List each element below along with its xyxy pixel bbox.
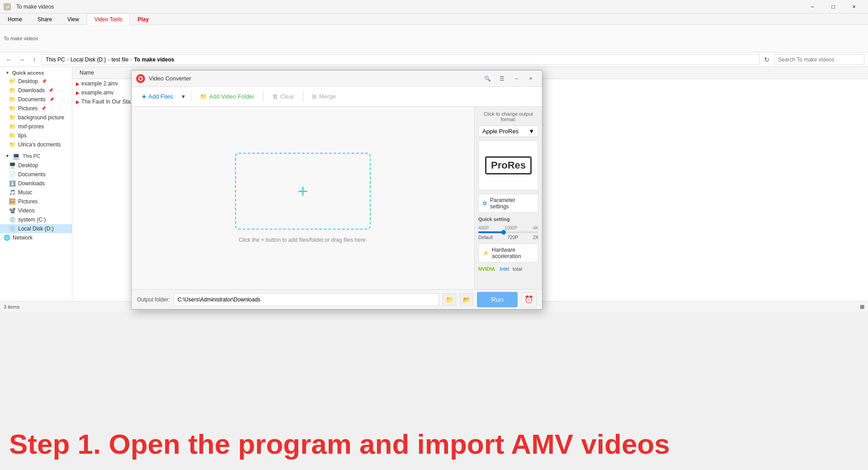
sidebar-item-bg-picture[interactable]: 📁 background picture <box>0 113 72 122</box>
dialog-sidebar: Click to change output format: Apple Pro… <box>474 107 542 289</box>
sidebar-item-desktop[interactable]: 📁 Desktop 📌 <box>0 77 72 86</box>
grid-view-icon[interactable]: ▦ <box>860 304 864 310</box>
sidebar: ▼ Quick access 📁 Desktop 📌 📁 Downloads 📌… <box>0 67 72 301</box>
status-count: 3 items <box>4 304 19 310</box>
browse-folder-button[interactable]: 📁 <box>443 293 456 306</box>
network-icon: 🌐 <box>4 235 10 241</box>
clear-button[interactable]: 🗑 Clear <box>267 90 299 103</box>
output-folder-button[interactable]: 📂 <box>460 293 473 306</box>
toolbar-divider-2 <box>263 91 264 102</box>
run-button[interactable]: Run <box>477 292 518 307</box>
dialog-close-btn[interactable]: × <box>524 73 538 84</box>
path-sep-1: › <box>67 56 69 63</box>
sidebar-item-mxf[interactable]: 📁 mxf-prores <box>0 122 72 131</box>
tab-video-tools[interactable]: Video Tools <box>87 14 130 25</box>
hw-icon: ⚡ <box>482 250 489 256</box>
ribbon-tabs: Home Share View Video Tools Play <box>0 14 868 25</box>
dialog-menu-btn[interactable]: ☰ <box>495 73 509 84</box>
dialog-minimize-btn[interactable]: − <box>509 73 523 84</box>
sidebar-item-local-disk-d[interactable]: 💿 Local Disk (D:) <box>0 224 72 233</box>
folder-icon: 📁 <box>9 87 15 94</box>
minimize-button[interactable]: − <box>802 0 823 14</box>
folder-icon: 📁 <box>9 78 15 85</box>
refresh-button[interactable]: ↻ <box>761 54 772 65</box>
tab-home[interactable]: Home <box>0 14 30 25</box>
sidebar-item-this-pc[interactable]: ▼ 💻 This PC <box>0 151 72 161</box>
merge-icon: ⊞ <box>312 93 317 100</box>
ribbon-desc: To make videos <box>4 36 38 41</box>
sidebar-item-pc-music[interactable]: 🎵 Music <box>0 188 72 197</box>
slider-track[interactable] <box>478 231 538 233</box>
path-this-pc[interactable]: This PC <box>46 56 65 63</box>
dialog-body: + Click the + button to add files/folder… <box>132 107 542 289</box>
sidebar-item-quick-access[interactable]: ▼ Quick access <box>0 69 72 77</box>
folder-icon: 📁 <box>9 132 15 139</box>
sidebar-item-pictures[interactable]: 📁 Pictures 📌 <box>0 104 72 113</box>
dialog-title-left: Video Converter <box>136 74 191 83</box>
dialog-footer: Output folder: 📁 📂 Run ⏰ <box>132 289 542 309</box>
drop-zone[interactable]: + <box>235 153 371 230</box>
chevron-down-icon: ▼ <box>528 128 534 135</box>
tab-view[interactable]: View <box>60 14 87 25</box>
sidebar-item-pc-downloads[interactable]: ⬇️ Downloads <box>0 179 72 188</box>
sidebar-item-pc-documents[interactable]: 📄 Documents <box>0 170 72 179</box>
path-sep-3: › <box>130 56 132 63</box>
forward-button[interactable]: → <box>16 54 27 65</box>
sidebar-item-ulrica[interactable]: 📁 Ulrica's docments <box>0 140 72 149</box>
slider-knob[interactable] <box>501 230 506 235</box>
path-sep-2: › <box>108 56 109 63</box>
window-controls: − □ × <box>802 0 864 14</box>
hardware-acceleration-button[interactable]: ⚡ Hardware acceleration <box>478 244 538 263</box>
format-label: Click to change output format: <box>478 111 538 122</box>
ribbon-content: To make videos <box>0 25 868 52</box>
add-files-dropdown[interactable]: ▼ <box>180 90 187 103</box>
merge-button[interactable]: ⊞ Merge <box>307 90 341 103</box>
window-title: To make videos <box>16 4 54 10</box>
dialog-title-bar: Video Converter 🔍 ☰ − × <box>132 70 542 87</box>
folder-icon: ⬇️ <box>9 180 15 187</box>
dialog-title-buttons: 🔍 ☰ − × <box>481 73 538 84</box>
close-button[interactable]: × <box>844 0 864 14</box>
maximize-button[interactable]: □ <box>823 0 844 14</box>
folder-icon: 🎵 <box>9 189 15 196</box>
sidebar-item-pc-videos[interactable]: 📽️ Videos <box>0 206 72 215</box>
add-folder-button[interactable]: 📁 Add Video Folder <box>195 90 259 103</box>
total-label: total <box>513 266 522 272</box>
sidebar-item-tips[interactable]: 📁 tips <box>0 131 72 140</box>
back-button[interactable]: ← <box>4 54 14 65</box>
title-bar-icons: 📁 <box>4 3 11 10</box>
add-files-button[interactable]: + Add Files <box>137 90 178 103</box>
tab-play[interactable]: Play <box>130 14 156 25</box>
schedule-button[interactable]: ⏰ <box>521 292 537 307</box>
dialog-search-btn[interactable]: 🔍 <box>481 73 494 84</box>
sidebar-item-downloads[interactable]: 📁 Downloads 📌 <box>0 86 72 95</box>
toolbar-divider-1 <box>191 91 191 102</box>
search-input[interactable] <box>774 54 864 65</box>
path-test-file[interactable]: test file <box>111 56 128 63</box>
intel-icon: Intel <box>500 266 509 272</box>
step-text: Step 1. Open the program and import AMV … <box>0 428 868 461</box>
tab-share[interactable]: Share <box>30 14 60 25</box>
toolbar-divider-3 <box>303 91 303 102</box>
format-selector[interactable]: Apple ProRes ▼ <box>478 126 538 137</box>
dialog-logo <box>136 74 145 83</box>
sidebar-item-network[interactable]: 🌐 Network <box>0 233 72 242</box>
sidebar-item-documents[interactable]: 📁 Documents 📌 <box>0 95 72 104</box>
folder-add-icon: 📁 <box>200 93 207 100</box>
slider-fill <box>478 231 502 233</box>
output-path-input[interactable] <box>174 293 439 306</box>
sidebar-item-pc-pictures[interactable]: 🖼️ Pictures <box>0 197 72 206</box>
window-icon: 📁 <box>4 3 11 10</box>
slider-values: Default 720P 2X <box>478 235 538 240</box>
sidebar-item-pc-desktop[interactable]: 🖥️ Desktop <box>0 161 72 170</box>
up-button[interactable]: ↑ <box>29 54 40 65</box>
sidebar-item-system-c[interactable]: 💿 system (C:) <box>0 215 72 224</box>
parameter-settings-button[interactable]: ⚙ Parameter settings <box>478 194 538 213</box>
path-to-make[interactable]: To make videos <box>134 56 174 63</box>
path-local-disk[interactable]: Local Disk (D:) <box>71 56 106 63</box>
address-path[interactable]: This PC › Local Disk (D:) › test file › … <box>42 54 760 65</box>
folder-icon: 📁 <box>9 105 15 112</box>
drop-hint: Click the + button to add files/folder,o… <box>239 237 367 243</box>
nvidia-icon: NVIDIA <box>478 266 495 272</box>
quick-setting-label: Quick setting <box>478 216 538 222</box>
